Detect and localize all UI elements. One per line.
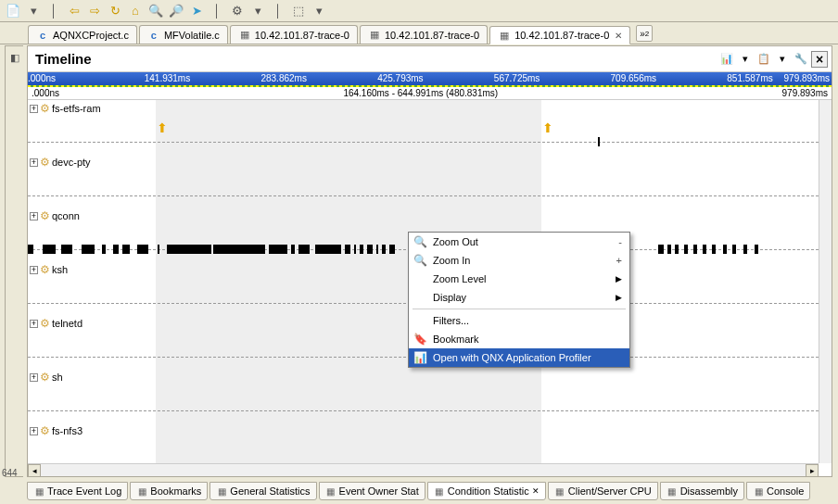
timeline-ruler[interactable]: .000ns141.931ms283.862ms425.793ms567.725…	[28, 72, 832, 87]
row-label[interactable]: +⚙fs-nfs3	[30, 424, 83, 437]
expand-toggle-icon[interactable]: +	[30, 105, 38, 113]
editor-tab[interactable]: ▦10.42.101.87-trace-0	[360, 25, 488, 44]
menu-item[interactable]: 🔍Zoom In+	[409, 251, 629, 270]
dropdown-icon[interactable]: ▾	[774, 51, 791, 68]
editor-tab[interactable]: ▦10.42.101.87-trace-0✕	[489, 26, 630, 44]
toolbar-icon[interactable]: ➤	[187, 2, 206, 20]
scroll-left-icon[interactable]: ◂	[28, 464, 41, 477]
bottom-tab-label: Condition Statistic	[448, 485, 529, 497]
event-block	[376, 245, 378, 254]
vertical-scrollbar[interactable]	[819, 100, 832, 463]
timeline-row[interactable]: +⚙sh	[28, 369, 819, 422]
process-name: devc-pty	[52, 157, 91, 168]
expand-toggle-icon[interactable]: +	[30, 373, 38, 382]
horizontal-scrollbar[interactable]: ◂ ▸	[28, 463, 819, 476]
toolbar-icon[interactable]: ↻	[106, 2, 124, 20]
panel-header: Timeline 📊 ▾ 📋 ▾ 🔧 ×	[28, 46, 832, 72]
bottom-tab[interactable]: ▦Event Owner Stat	[319, 482, 425, 500]
submenu-arrow-icon: ▶	[616, 293, 622, 302]
gutter-icon[interactable]: ◧	[10, 52, 19, 64]
menu-item[interactable]: 🔖Bookmark	[409, 330, 629, 348]
menu-item-icon: 🔖	[413, 333, 427, 346]
trace-file-icon: ▦	[368, 29, 381, 42]
expand-toggle-icon[interactable]: +	[30, 266, 38, 274]
row-label[interactable]: +⚙fs-etfs-ram	[30, 102, 101, 115]
toolbar-icon[interactable]: ⌂	[126, 2, 145, 20]
expand-toggle-icon[interactable]: +	[30, 158, 38, 167]
process-icon: ⚙	[40, 156, 50, 169]
trace-file-icon: ▦	[498, 29, 511, 42]
expand-toggle-icon[interactable]: +	[30, 320, 38, 328]
editor-tab[interactable]: cMFVolatile.c	[139, 25, 228, 44]
toolbar-icon[interactable]: ▾	[24, 2, 43, 20]
toolbar-icon[interactable]: ⬚	[289, 2, 308, 20]
expand-toggle-icon[interactable]: +	[30, 427, 38, 435]
menu-item[interactable]: Zoom Level▶	[409, 270, 629, 288]
process-name: fs-nfs3	[52, 425, 83, 436]
close-button[interactable]: ×	[811, 51, 828, 68]
menu-item-label: Zoom Level	[433, 273, 486, 284]
row-label[interactable]: +⚙ksh	[30, 263, 68, 276]
expand-toggle-icon[interactable]: +	[30, 212, 38, 220]
bottom-tab[interactable]: ▦Disassembly	[660, 482, 744, 500]
row-label[interactable]: +⚙sh	[30, 371, 63, 384]
row-label[interactable]: +⚙telnetd	[30, 317, 83, 330]
menu-item-label: Open with QNX Application Profiler	[433, 352, 591, 363]
menu-item[interactable]: Display▶	[409, 288, 629, 307]
editor-tab[interactable]: ▦10.42.101.87-trace-0	[230, 25, 358, 44]
context-menu: 🔍Zoom Out-🔍Zoom In+Zoom Level▶Display▶Fi…	[408, 232, 630, 368]
row-label[interactable]: +⚙devc-pty	[30, 156, 91, 169]
process-icon: ⚙	[40, 371, 50, 384]
nav-back-icon[interactable]: ⇦	[65, 2, 83, 20]
event-block	[755, 245, 758, 254]
panel-tool-icon[interactable]: 📋	[755, 51, 772, 68]
bottom-tab[interactable]: ▦Condition Statistic ✕	[427, 482, 546, 500]
dropdown-icon[interactable]: ▾	[737, 51, 754, 68]
toolbar-icon[interactable]: 📄	[4, 2, 22, 20]
ruler-tick-label: 141.931ms	[145, 73, 190, 83]
editor-tab[interactable]: cAQNXCProject.c	[28, 25, 137, 44]
toolbar-icon[interactable]: ▾	[248, 2, 267, 20]
menu-item[interactable]: 🔍Zoom Out-	[409, 233, 629, 251]
tab-close-icon[interactable]: ✕	[532, 486, 540, 496]
row-label[interactable]: +⚙qconn	[30, 209, 80, 222]
zoom-in-icon[interactable]: 🔎	[167, 2, 185, 20]
timeline-marker-icon[interactable]: ⬆	[541, 120, 554, 135]
bottom-tab[interactable]: ▦Trace Event Log	[27, 482, 128, 500]
event-block	[367, 245, 373, 254]
menu-item[interactable]: Filters...	[409, 311, 629, 330]
event-block	[315, 245, 341, 254]
event-track	[28, 406, 819, 415]
nav-fwd-icon[interactable]: ⇨	[85, 2, 104, 20]
timeline-row[interactable]: +⚙devc-pty	[28, 154, 819, 208]
timeline-row[interactable]: +⚙fs-nfs3	[28, 422, 819, 463]
tab-label: AQNXCProject.c	[53, 30, 129, 41]
panel-tool-icon[interactable]: 🔧	[793, 51, 809, 68]
bottom-tab[interactable]: ▦Console	[746, 482, 810, 500]
process-name: telnetd	[52, 318, 83, 329]
trace-file-icon: ▦	[238, 29, 251, 42]
timeline-marker-icon[interactable]: ⬆	[156, 120, 169, 135]
bottom-tab-label: Disassembly	[680, 485, 738, 497]
ruler-selection-indicator	[28, 85, 832, 87]
zoom-out-icon[interactable]: 🔍	[146, 2, 165, 20]
menu-shortcut: -	[618, 236, 622, 247]
scroll-right-icon[interactable]: ▸	[806, 464, 819, 477]
editor-tabs: cAQNXCProject.ccMFVolatile.c▦10.42.101.8…	[0, 22, 838, 44]
timeline-row[interactable]: +⚙fs-etfs-ram⬆⬆	[28, 100, 819, 154]
tab-close-icon[interactable]: ✕	[615, 31, 622, 41]
bottom-tab-label: Client/Server CPU	[568, 485, 652, 497]
event-block	[82, 245, 95, 254]
left-gutter: ◧	[5, 45, 23, 477]
toolbar-icon[interactable]: ⚙	[228, 2, 247, 20]
bottom-tab[interactable]: ▦Bookmarks	[130, 482, 208, 500]
tabs-overflow-button[interactable]: »2	[636, 25, 653, 42]
bottom-tab-label: Console	[767, 485, 804, 497]
toolbar-icon[interactable]: ▾	[310, 2, 328, 20]
event-block	[61, 245, 72, 254]
bottom-tab[interactable]: ▦Client/Server CPU	[548, 482, 658, 500]
bottom-tab[interactable]: ▦General Statistics	[210, 482, 316, 500]
c-file-icon: c	[36, 29, 49, 42]
panel-tool-icon[interactable]: 📊	[718, 51, 735, 68]
menu-item[interactable]: 📊Open with QNX Application Profiler	[409, 348, 629, 367]
